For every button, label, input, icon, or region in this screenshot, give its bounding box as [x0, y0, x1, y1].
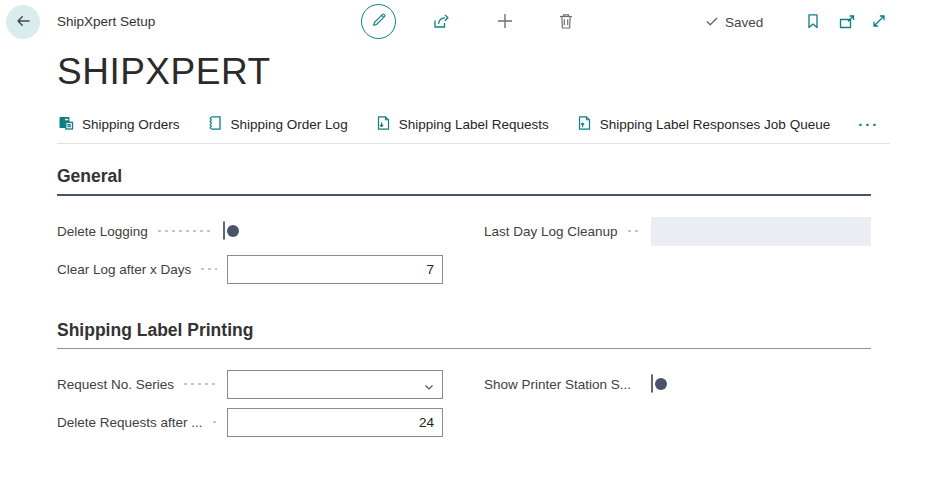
field-request-no-series: Request No. Series — [57, 369, 443, 399]
page-title: SHIPXPERT — [57, 51, 928, 93]
field-delete-requests-after: Delete Requests after ... — [57, 407, 443, 437]
edit-button[interactable] — [361, 4, 396, 39]
delete-requests-after-input[interactable] — [227, 408, 443, 437]
action-shipping-label-responses[interactable]: Shipping Label Responses Job Queue — [575, 114, 830, 135]
action-shipping-label-requests-label: Shipping Label Requests — [399, 117, 549, 132]
field-delete-logging: Delete Logging — [57, 216, 443, 246]
shipping-order-log-icon — [206, 114, 224, 135]
action-shipping-orders[interactable]: Shipping Orders — [57, 114, 180, 135]
request-no-series-input[interactable] — [227, 370, 443, 399]
expand-button[interactable] — [869, 12, 889, 32]
expand-icon — [870, 12, 888, 33]
clear-log-after-label: Clear Log after x Days — [57, 262, 191, 277]
shipping-orders-icon — [57, 114, 75, 135]
delete-button[interactable] — [555, 11, 577, 33]
section-general: General Delete Logging Clear Log after x… — [57, 166, 871, 284]
section-shipping-label-printing-header[interactable]: Shipping Label Printing — [57, 320, 871, 349]
action-bar: Shipping Orders Shipping Order Log Shipp… — [57, 106, 890, 144]
share-icon — [431, 11, 451, 34]
bookmark-button[interactable] — [803, 12, 823, 32]
delete-logging-label: Delete Logging — [57, 224, 148, 239]
open-in-window-icon — [837, 12, 857, 35]
check-icon — [705, 14, 719, 31]
arrow-left-icon — [14, 12, 32, 33]
more-actions-button[interactable]: ··· — [856, 116, 881, 133]
save-status: Saved — [705, 0, 763, 44]
last-day-log-cleanup-label: Last Day Log Cleanup — [484, 224, 618, 239]
action-shipping-order-log-label: Shipping Order Log — [231, 117, 348, 132]
open-in-window-button[interactable] — [836, 12, 858, 34]
section-shipping-label-printing: Shipping Label Printing Request No. Seri… — [57, 320, 871, 437]
trash-icon — [556, 11, 576, 34]
delete-logging-toggle[interactable] — [223, 221, 225, 240]
dotted-leader — [626, 229, 641, 233]
toggle-knob — [655, 378, 667, 390]
request-no-series-label: Request No. Series — [57, 377, 174, 392]
top-command-bar: ShipXpert Setup Saved — [0, 0, 928, 44]
field-show-printer-station: Show Printer Station S... — [484, 369, 871, 399]
field-last-day-log-cleanup: Last Day Log Cleanup — [484, 216, 871, 246]
dotted-leader — [182, 382, 217, 386]
pencil-icon — [370, 11, 388, 32]
bookmark-icon — [804, 12, 822, 33]
shipping-label-requests-icon — [374, 114, 392, 135]
field-clear-log-after: Clear Log after x Days — [57, 254, 443, 284]
request-no-series-combobox[interactable] — [227, 370, 443, 399]
save-status-label: Saved — [725, 15, 763, 30]
action-shipping-orders-label: Shipping Orders — [82, 117, 180, 132]
action-shipping-label-responses-label: Shipping Label Responses Job Queue — [600, 117, 830, 132]
dotted-leader — [211, 420, 217, 424]
window-title: ShipXpert Setup — [57, 0, 155, 44]
show-printer-station-label: Show Printer Station S... — [484, 377, 631, 392]
dotted-leader — [199, 267, 217, 271]
delete-requests-after-label: Delete Requests after ... — [57, 415, 203, 430]
shipping-label-responses-icon — [575, 114, 593, 135]
dotted-leader — [156, 229, 213, 233]
new-button[interactable] — [494, 11, 516, 33]
show-printer-station-toggle[interactable] — [651, 374, 653, 393]
toggle-knob — [227, 225, 239, 237]
last-day-log-cleanup-field — [651, 217, 871, 246]
section-general-header[interactable]: General — [57, 166, 871, 196]
action-shipping-order-log[interactable]: Shipping Order Log — [206, 114, 348, 135]
dotted-leader — [639, 382, 641, 386]
clear-log-after-input[interactable] — [227, 255, 443, 284]
action-shipping-label-requests[interactable]: Shipping Label Requests — [374, 114, 549, 135]
back-button[interactable] — [6, 5, 40, 39]
plus-icon — [495, 11, 515, 34]
share-button[interactable] — [430, 11, 452, 33]
